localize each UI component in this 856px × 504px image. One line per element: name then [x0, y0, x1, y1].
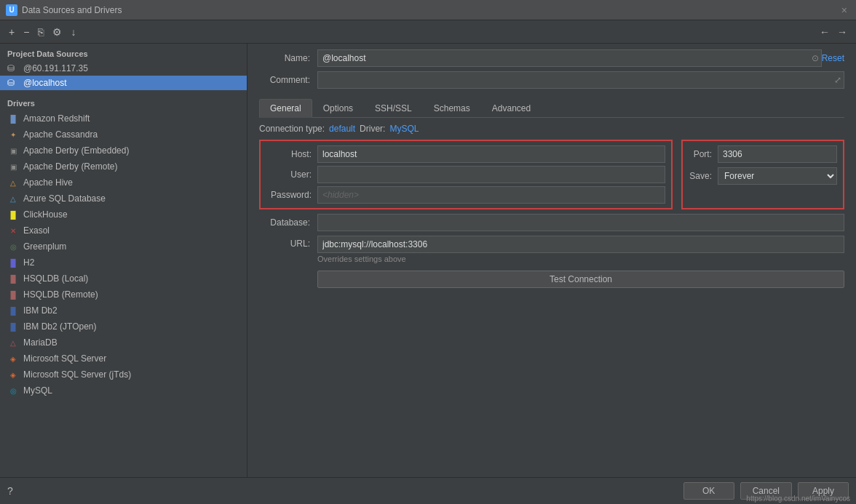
driver-h2[interactable]: ▐▌ H2 [0, 255, 247, 271]
comment-row: Comment: ⤢ [259, 71, 844, 89]
name-clear-icon[interactable]: ⊙ [812, 53, 819, 63]
driver-mysql[interactable]: ◎ MySQL [0, 383, 247, 399]
driver-label-hsql-local: HSQLDB (Local) [23, 273, 88, 284]
user-label: User: [266, 169, 317, 180]
name-row: Name: ⊙ Reset [259, 49, 844, 67]
driver-icon-ibm-jtopen: ▐▌ [7, 321, 19, 332]
import-button[interactable]: ↓ [68, 25, 79, 39]
host-row: Host: [266, 145, 665, 163]
project-item-60[interactable]: ⛁ @60.191.117.35 [0, 61, 247, 76]
password-label: Password: [266, 190, 317, 200]
dialog-title: Data Sources and Drivers [22, 5, 122, 15]
driver-ibm-db2-jtopen[interactable]: ▐▌ IBM Db2 (JTOpen) [0, 319, 247, 335]
tabs-row: General Options SSH/SSL Schemas Advanced [259, 99, 844, 118]
main-content: Project Data Sources ⛁ @60.191.117.35 ⛁ … [0, 44, 856, 477]
ok-button[interactable]: OK [683, 482, 734, 500]
bottom-bar: ? OK Cancel Apply [0, 477, 856, 504]
database-row: Database: [259, 214, 844, 231]
comment-field-wrapper: ⤢ [317, 71, 844, 89]
driver-hsqldb-remote[interactable]: ▐▌ HSQLDB (Remote) [0, 287, 247, 303]
driver-icon-mariadb: △ [7, 337, 19, 348]
driver-icon-clickhouse: ▐▌ [7, 209, 19, 220]
reset-link[interactable]: Reset [822, 53, 844, 63]
driver-label-derby-emb: Apache Derby (Embedded) [23, 145, 129, 156]
driver-icon-derby-rem: ▣ [7, 161, 19, 172]
port-label: Port: [689, 149, 718, 159]
driver-label-hsql-remote: HSQLDB (Remote) [23, 289, 98, 300]
project-item-localhost[interactable]: ⛁ @localhost [0, 76, 247, 90]
driver-azure-sql[interactable]: △ Azure SQL Database [0, 191, 247, 207]
driver-label-mssql-jtds: Microsoft SQL Server (jTds) [23, 369, 131, 380]
remove-button[interactable]: − [20, 25, 32, 39]
host-section-box: Host: User: Password: [259, 140, 673, 209]
tab-general[interactable]: General [259, 99, 312, 118]
driver-greenplum[interactable]: ◎ Greenplum [0, 239, 247, 255]
driver-label-azure: Azure SQL Database [23, 193, 106, 204]
project-section-title: Project Data Sources [0, 44, 247, 61]
driver-label-mariadb: MariaDB [23, 337, 58, 348]
driver-label-greenplum: Greenplum [23, 241, 66, 252]
copy-button[interactable]: ⎘ [35, 25, 47, 39]
driver-apache-hive[interactable]: △ Apache Hive [0, 175, 247, 191]
driver-mssql[interactable]: ◈ Microsoft SQL Server [0, 351, 247, 367]
drivers-section-title: Drivers [0, 93, 247, 111]
driver-label-ibm-jtopen: IBM Db2 (JTOpen) [23, 321, 96, 332]
title-bar: U Data Sources and Drivers × [0, 0, 856, 20]
password-input[interactable] [317, 186, 665, 204]
driver-label-redshift: Amazon Redshift [23, 113, 90, 124]
driver-mssql-jtds[interactable]: ◈ Microsoft SQL Server (jTds) [0, 367, 247, 383]
driver-exasol[interactable]: ✕ Exasol [0, 223, 247, 239]
driver-amazon-redshift[interactable]: ▐▌ Amazon Redshift [0, 111, 247, 127]
driver-icon-hive: △ [7, 177, 19, 188]
forward-button[interactable]: → [834, 25, 850, 39]
project-item-label-localhost: @localhost [23, 78, 67, 88]
tab-advanced[interactable]: Advanced [481, 99, 542, 117]
driver-ibm-db2[interactable]: ▐▌ IBM Db2 [0, 303, 247, 319]
left-panel: Project Data Sources ⛁ @60.191.117.35 ⛁ … [0, 44, 247, 477]
name-input[interactable] [317, 49, 822, 67]
project-item-label-60: @60.191.117.35 [23, 63, 88, 73]
driver-apache-cassandra[interactable]: ✦ Apache Cassandra [0, 127, 247, 143]
url-label: URL: [259, 236, 317, 249]
driver-label-mysql: MySQL [23, 385, 52, 396]
port-input[interactable] [718, 145, 837, 163]
comment-label: Comment: [259, 75, 317, 85]
user-input[interactable] [317, 166, 665, 183]
host-input[interactable] [317, 145, 665, 163]
driver-link[interactable]: MySQL [389, 124, 419, 134]
driver-mariadb[interactable]: △ MariaDB [0, 335, 247, 351]
driver-prefix: Driver: [360, 124, 385, 134]
db-icon-60: ⛁ [7, 63, 19, 73]
driver-icon-ibm-db2: ▐▌ [7, 305, 19, 316]
back-button[interactable]: ← [817, 25, 833, 39]
tab-schemas[interactable]: Schemas [423, 99, 481, 117]
driver-label-clickhouse: ClickHouse [23, 209, 68, 220]
help-button[interactable]: ? [7, 485, 13, 497]
port-row: Port: [689, 145, 837, 163]
settings-button[interactable]: ⚙ [49, 25, 65, 39]
save-select[interactable]: Forever Until restart Never [718, 167, 837, 185]
add-button[interactable]: + [6, 25, 17, 39]
comment-expand-icon[interactable]: ⤢ [834, 75, 841, 85]
url-input[interactable] [317, 236, 844, 253]
url-row: URL: Overrides settings above [259, 236, 844, 263]
driver-icon-hsql-remote: ▐▌ [7, 289, 19, 300]
database-input[interactable] [317, 214, 844, 231]
driver-clickhouse[interactable]: ▐▌ ClickHouse [0, 207, 247, 223]
driver-icon-redshift: ▐▌ [7, 113, 19, 124]
driver-icon-azure: △ [7, 193, 19, 204]
driver-icon-derby-emb: ▣ [7, 145, 19, 156]
close-button[interactable]: × [839, 3, 850, 17]
driver-hsqldb-local[interactable]: ▐▌ HSQLDB (Local) [0, 271, 247, 287]
connection-type-link[interactable]: default [329, 124, 355, 134]
name-label: Name: [259, 53, 317, 63]
tab-ssh-ssl[interactable]: SSH/SSL [364, 99, 423, 117]
test-connection-button[interactable]: Test Connection [317, 271, 844, 288]
right-panel: Name: ⊙ Reset Comment: ⤢ General Options [247, 44, 856, 477]
tab-options[interactable]: Options [312, 99, 364, 117]
user-row: User: [266, 166, 665, 183]
driver-apache-derby-embedded[interactable]: ▣ Apache Derby (Embedded) [0, 143, 247, 159]
driver-apache-derby-remote[interactable]: ▣ Apache Derby (Remote) [0, 159, 247, 175]
watermark: https://blog.csdn.net/imVainycos [746, 495, 850, 503]
comment-input[interactable] [317, 71, 844, 89]
